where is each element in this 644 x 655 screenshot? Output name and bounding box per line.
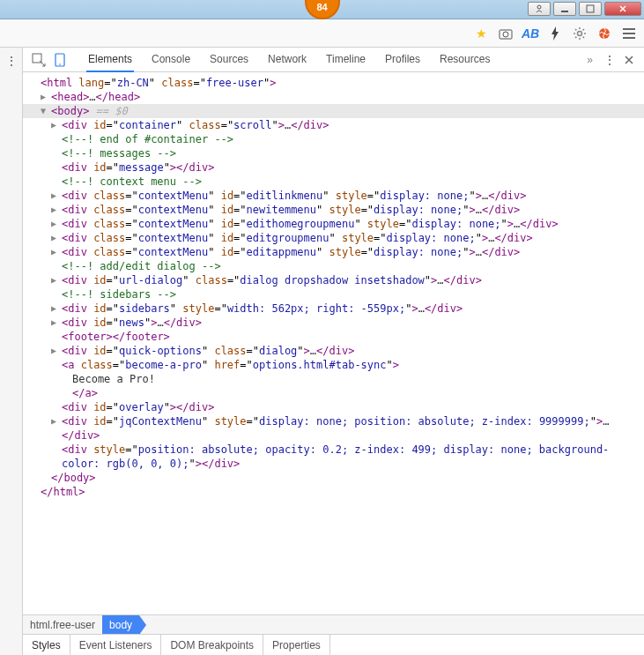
device-icon[interactable] [51, 51, 69, 69]
svg-rect-7 [623, 28, 635, 30]
devtools-close-icon[interactable] [621, 52, 637, 68]
devtools-tabbar: ElementsConsoleSourcesNetworkTimelinePro… [23, 48, 644, 72]
window-titlebar: 84 [0, 0, 644, 19]
expand-arrow-icon[interactable]: ▶ [49, 273, 58, 287]
notification-badge[interactable]: 84 [305, 0, 340, 19]
expand-arrow-icon[interactable]: ▶ [49, 217, 58, 231]
expand-arrow-icon[interactable]: ▶ [49, 203, 58, 217]
expand-arrow-icon[interactable]: ▼ [39, 104, 48, 118]
dom-node[interactable]: ▶<div id="quick-options" class="dialog">… [23, 344, 644, 358]
inspect-icon[interactable] [30, 51, 48, 69]
dom-node[interactable]: <div id="overlay"></div> [23, 400, 644, 414]
dom-node[interactable]: </body> [23, 471, 644, 485]
dom-node[interactable]: ▶<div class="contextMenu" id="edithomegr… [23, 217, 644, 231]
dom-node[interactable]: Become a Pro! [23, 372, 644, 386]
dom-node[interactable]: <!--! end of #container --> [23, 132, 644, 146]
expand-arrow-icon[interactable]: ▶ [49, 316, 58, 330]
tab-timeline[interactable]: Timeline [324, 48, 367, 72]
styles-tabbar: StylesEvent ListenersDOM BreakpointsProp… [23, 634, 644, 655]
svg-point-5 [578, 31, 582, 35]
bottom-tab-event-listeners[interactable]: Event Listeners [70, 635, 162, 655]
lightning-icon[interactable] [547, 26, 563, 41]
tab-profiles[interactable]: Profiles [383, 48, 422, 72]
expand-arrow-icon[interactable]: ▶ [49, 301, 58, 316]
devtools-menu-icon[interactable]: ⋮ [602, 52, 618, 68]
expand-arrow-icon[interactable]: ▶ [39, 90, 48, 104]
tab-network[interactable]: Network [266, 48, 308, 72]
dom-node[interactable]: ▶<div class="contextMenu" id="editappmen… [23, 245, 644, 259]
minimize-button[interactable] [553, 2, 576, 16]
expand-arrow-icon[interactable]: ▶ [49, 231, 58, 245]
expand-arrow-icon[interactable]: ▶ [49, 118, 58, 132]
dom-node[interactable]: </html> [23, 485, 644, 499]
expand-arrow-icon[interactable]: ▶ [49, 245, 58, 259]
dom-node[interactable]: <div style="position: absolute; opacity:… [23, 443, 644, 471]
expand-arrow-icon[interactable]: ▶ [49, 189, 58, 203]
window-buttons [528, 2, 641, 16]
expand-arrow-icon[interactable]: ▶ [49, 414, 58, 428]
dom-node[interactable]: ▼<body> == $0 [23, 104, 644, 118]
dom-node[interactable]: <html lang="zh-CN" class="free-user"> [23, 76, 644, 90]
svg-rect-8 [623, 33, 635, 34]
camera-icon[interactable] [498, 26, 514, 41]
breadcrumb-item[interactable]: html.free-user [23, 615, 102, 634]
tab-resources[interactable]: Resources [438, 48, 492, 72]
menu-icon[interactable] [621, 26, 637, 41]
svg-rect-1 [561, 11, 568, 12]
dom-node[interactable]: <div id="message"></div> [23, 160, 644, 175]
devtools-left-gutter: ⋮ [0, 48, 23, 655]
dom-node[interactable]: </a> [23, 386, 644, 400]
ab-icon[interactable]: AB [522, 26, 538, 41]
dom-node[interactable]: <!--! context menu --> [23, 175, 644, 189]
bottom-tab-properties[interactable]: Properties [263, 635, 330, 655]
tab-console[interactable]: Console [150, 48, 192, 72]
dom-node[interactable]: <a class="become-a-pro" href="options.ht… [23, 358, 644, 372]
svg-point-12 [59, 63, 61, 65]
svg-rect-2 [587, 5, 594, 12]
breadcrumb-bar: html.free-userbody [23, 614, 644, 634]
maximize-button[interactable] [579, 2, 602, 16]
dom-node[interactable]: ▶<div class="contextMenu" id="editlinkme… [23, 189, 644, 203]
dom-node[interactable]: <!--! sidebars --> [23, 287, 644, 301]
dom-node[interactable]: <!--! messages --> [23, 146, 644, 160]
dom-node[interactable]: ▶<div id="jqContextMenu" style="display:… [23, 414, 644, 443]
tab-sources[interactable]: Sources [208, 48, 250, 72]
breadcrumb-item[interactable]: body [102, 615, 139, 634]
dom-node[interactable]: ▶<div id="url-dialog" class="dialog drop… [23, 273, 644, 287]
user-button[interactable] [528, 2, 551, 16]
gear-icon[interactable] [572, 26, 588, 41]
dom-node[interactable]: ▶<div id="news">…</div> [23, 316, 644, 330]
dom-tree[interactable]: <html lang="zh-CN" class="free-user">▶<h… [23, 72, 644, 614]
svg-rect-9 [623, 37, 635, 39]
svg-point-0 [537, 5, 541, 9]
dom-node[interactable]: ▶<div id="container" class="scroll">…</d… [23, 118, 644, 132]
dom-node[interactable]: <footer></footer> [23, 330, 644, 344]
browser-toolbar: ★ AB [0, 19, 644, 48]
close-button[interactable] [604, 2, 641, 16]
tabs-overflow-icon[interactable]: » [581, 54, 598, 66]
tab-elements[interactable]: Elements [86, 48, 134, 72]
bottom-tab-dom-breakpoints[interactable]: DOM Breakpoints [161, 635, 263, 655]
dom-node[interactable]: ▶<div class="contextMenu" id="newitemmen… [23, 203, 644, 217]
expand-arrow-icon[interactable]: ▶ [49, 344, 58, 358]
dom-node[interactable]: ▶<div class="contextMenu" id="editgroupm… [23, 231, 644, 245]
bookmark-star-icon[interactable]: ★ [473, 26, 489, 41]
dots-vertical-icon[interactable]: ⋮ [4, 53, 19, 69]
svg-point-4 [503, 32, 508, 37]
extension-icon[interactable] [596, 26, 612, 41]
dom-node[interactable]: ▶<head>…</head> [23, 90, 644, 104]
bottom-tab-styles[interactable]: Styles [23, 635, 70, 655]
dom-node[interactable]: <!--! add/edit dialog --> [23, 259, 644, 273]
dom-node[interactable]: ▶<div id="sidebars" style="width: 562px;… [23, 301, 644, 316]
